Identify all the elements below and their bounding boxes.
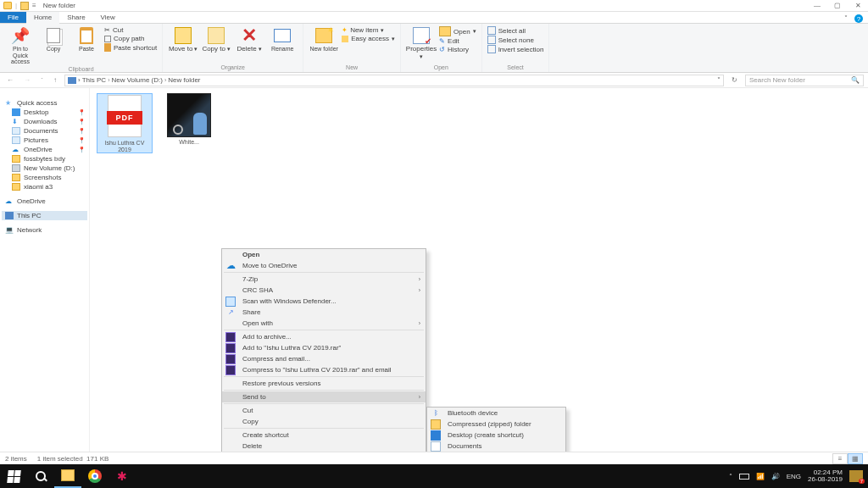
crumb-volume[interactable]: New Volume (D:) [111,76,162,84]
status-selected: 1 item selected 171 KB [37,455,109,463]
file-item-pdf[interactable]: PDF Ishu Luthra CV 2019 [97,93,153,153]
help-icon[interactable]: ? [854,14,863,23]
menu-defender[interactable]: Scan with Windows Defender... [222,296,426,307]
properties-button[interactable]: ✔Properties ▾ [406,26,437,59]
pin-quick-access-button[interactable]: 📌Pin to Quick access [5,26,36,65]
rename-button[interactable]: Rename [267,26,298,53]
nav-back-button[interactable]: ← [4,76,16,84]
maximize-button[interactable]: ▢ [827,2,848,9]
crumb-folder[interactable]: New folder [168,76,200,84]
taskbar: ˄ 📶 🔊 ENG 02:24 PM 26-08-2019 7 [0,464,868,488]
nav-pictures[interactable]: Pictures📍 [2,136,87,145]
paste-button[interactable]: Paste [71,26,102,53]
tray-volume-icon[interactable]: 🔊 [771,473,780,480]
menu-add-archive[interactable]: Add to archive... [222,331,426,342]
edit-button[interactable]: ✎Edit [439,37,476,45]
menu-add-rar[interactable]: Add to "Ishu Luthra CV 2019.rar" [222,342,426,353]
nav-fossbytes[interactable]: fossbytes bdy [2,154,87,164]
nav-new-volume[interactable]: New Volume (D:) [2,164,87,173]
tab-view[interactable]: View [93,12,123,23]
nav-downloads[interactable]: ⬇Downloads📍 [2,117,87,126]
tab-share[interactable]: Share [59,12,92,23]
file-list[interactable]: PDF Ishu Luthra CV 2019 White... Open ☁M… [90,88,868,463]
nav-screenshots[interactable]: Screenshots [2,173,87,182]
taskbar-search-button[interactable] [27,464,54,488]
copy-to-button[interactable]: Copy to ▾ [201,26,231,53]
nav-network[interactable]: 💻Network [2,225,87,235]
nav-xiaomi[interactable]: xiaomi a3 [2,182,87,191]
action-center-button[interactable]: 7 [849,470,863,482]
nav-up-button[interactable]: ↑ [51,76,59,84]
sendto-desktop[interactable]: Desktop (create shortcut) [427,430,565,441]
nav-documents[interactable]: Documents📍 [2,126,87,136]
taskbar-slack[interactable] [108,464,136,488]
menu-restore-versions[interactable]: Restore previous versions [222,378,426,389]
nav-onedrive[interactable]: ☁OneDrive📍 [2,145,87,154]
cut-button[interactable]: ✂Cut [104,26,157,34]
menu-compress-email[interactable]: Compress and email... [222,353,426,364]
sendto-zip[interactable]: Compressed (zipped) folder [427,419,565,430]
menu-7zip[interactable]: 7-Zip› [222,274,426,285]
nav-quick-access[interactable]: ★Quick access [2,98,87,108]
tab-file[interactable]: File [0,12,26,23]
search-placeholder: Search New folder [749,76,805,84]
copy-button[interactable]: Copy [38,26,69,53]
select-none-button[interactable]: Select none [487,36,544,44]
crumb-this-pc[interactable]: This PC [82,76,106,84]
open-button[interactable]: Open ▾ [439,26,476,36]
history-button[interactable]: ↺History [439,46,476,53]
sendto-bluetooth[interactable]: ᛒBluetooth device [427,408,565,419]
start-button[interactable] [0,464,27,488]
close-button[interactable]: ✕ [848,2,868,9]
qat-dropdown-icon[interactable]: ≡ [32,2,36,9]
rar-icon [225,343,236,353]
menu-compress-rar-email[interactable]: Compress to "Ishu Luthra CV 2019.rar" an… [222,364,426,375]
menu-open-with[interactable]: Open with› [222,318,426,329]
nav-this-pc[interactable]: This PC [2,211,87,220]
menu-copy[interactable]: Copy [222,416,426,427]
new-folder-button[interactable]: New folder [309,26,339,53]
app-icon [3,2,12,9]
view-icons-button[interactable]: ▦ [848,453,863,464]
new-item-button[interactable]: ✦New item ▾ [342,26,395,34]
taskbar-explorer[interactable] [54,464,81,488]
delete-button[interactable]: ✕Delete ▾ [234,26,264,53]
tray-language[interactable]: ENG [787,473,801,480]
view-details-button[interactable]: ≡ [832,453,848,464]
paste-shortcut-button[interactable]: Paste shortcut [104,43,157,52]
minimize-button[interactable]: — [807,2,827,9]
menu-create-shortcut[interactable]: Create shortcut [222,430,426,441]
ribbon-collapse-icon[interactable]: ˅ [844,14,848,23]
copy-path-button[interactable]: Copy path [104,35,157,42]
menu-cut[interactable]: Cut [222,405,426,416]
move-to-button[interactable]: Move to ▾ [168,26,198,53]
easy-access-button[interactable]: Easy access ▾ [342,35,395,42]
search-input[interactable]: Search New folder 🔍 [745,75,864,86]
nav-forward-button[interactable]: → [21,76,33,84]
search-icon: 🔍 [851,76,860,84]
refresh-button[interactable]: ↻ [729,76,740,84]
tab-home[interactable]: Home [26,12,59,23]
menu-crc-sha[interactable]: CRC SHA› [222,285,426,296]
context-menu: Open ☁Move to OneDrive 7-Zip› CRC SHA› S… [221,248,426,477]
taskbar-chrome[interactable] [81,464,108,488]
menu-share[interactable]: ↗Share [222,307,426,318]
tray-battery-icon[interactable] [739,474,749,480]
nav-recent-button[interactable]: ˅ [38,77,46,83]
tray-chevron-icon[interactable]: ˄ [729,473,732,480]
breadcrumb[interactable]: › This PC› New Volume (D:)› New folder ˅ [64,75,724,86]
tray-wifi-icon[interactable]: 📶 [756,473,765,480]
nav-desktop[interactable]: Desktop📍 [2,108,87,117]
tray-clock[interactable]: 02:24 PM 26-08-2019 [808,469,843,483]
nav-onedrive-root[interactable]: ☁OneDrive [2,197,87,206]
menu-send-to[interactable]: Send to› [222,391,426,402]
menu-move-onedrive[interactable]: ☁Move to OneDrive [222,260,426,271]
qat-properties-icon[interactable] [20,2,29,10]
menu-delete[interactable]: Delete [222,441,426,452]
sendto-documents[interactable]: Documents [427,441,565,452]
file-item-image[interactable]: White... [161,93,217,146]
invert-selection-button[interactable]: Invert selection [487,45,544,53]
breadcrumb-dropdown-icon[interactable]: ˅ [717,76,721,84]
menu-open[interactable]: Open [222,249,426,260]
select-all-button[interactable]: Select all [487,26,544,35]
